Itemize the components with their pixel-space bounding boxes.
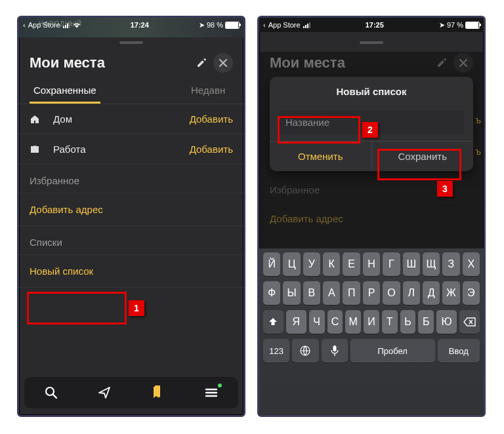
key-Р[interactable]: Р (363, 281, 380, 305)
location-arrow-icon: ➤ (199, 21, 205, 30)
save-button[interactable]: Сохранить (372, 142, 474, 171)
key-В[interactable]: В (303, 281, 320, 305)
section-favorites: Избранное (19, 165, 243, 193)
key-С[interactable]: С (327, 310, 343, 334)
kbd-row-2: ФЫВАПРОЛДЖЭ (261, 281, 482, 305)
key-Й[interactable]: Й (263, 252, 280, 276)
key-Т[interactable]: Т (382, 310, 398, 334)
battery-pct: 97 % (447, 21, 463, 29)
key-Б[interactable]: Б (418, 310, 434, 334)
key-Ш[interactable]: Ш (403, 252, 420, 276)
back-chevron-icon[interactable]: ‹ (23, 21, 26, 29)
key-М[interactable]: М (345, 310, 361, 334)
signal-icon (63, 22, 70, 28)
screenshot-left: НАРОДНЫЙ ‹ App Store 17:24 ➤ 98 % Мои ме… (17, 16, 245, 417)
new-list-dialog: Новый список Название Отменить Сохранить (270, 77, 473, 171)
status-bar: ‹ App Store 17:24 ➤ 98 % (19, 18, 243, 32)
tabs: Сохраненные Недавн (19, 78, 243, 104)
briefcase-icon (30, 144, 45, 155)
add-home-button[interactable]: Добавить (190, 113, 233, 125)
location-arrow-icon: ➤ (439, 21, 445, 30)
key-Ю[interactable]: Ю (436, 310, 457, 334)
key-Г[interactable]: Г (383, 252, 400, 276)
key-К[interactable]: К (323, 252, 340, 276)
list-name-input[interactable]: Название (279, 110, 464, 134)
key-Ы[interactable]: Ы (283, 281, 300, 305)
navigate-icon[interactable] (97, 385, 112, 400)
status-bar: ‹ App Store 17:25 ➤ 97 % (259, 18, 484, 32)
section-lists: Списки (19, 226, 243, 255)
back-app-label[interactable]: App Store (28, 21, 60, 29)
clock: 17:25 (310, 21, 439, 29)
tab-saved[interactable]: Сохраненные (30, 78, 100, 104)
enter-key[interactable]: Ввод (438, 339, 480, 363)
key-Л[interactable]: Л (403, 281, 420, 305)
row-work[interactable]: Работа Добавить (19, 134, 243, 165)
wifi-icon (73, 22, 81, 28)
mic-key[interactable] (322, 339, 348, 363)
key-Н[interactable]: Н (363, 252, 380, 276)
menu-badge-icon (218, 384, 222, 387)
key-Э[interactable]: Э (463, 281, 480, 305)
key-Х[interactable]: Х (463, 252, 480, 276)
bookmarks-icon[interactable] (151, 385, 165, 400)
signal-icon (303, 22, 310, 28)
cancel-button[interactable]: Отменить (270, 142, 372, 171)
row-home[interactable]: Дом Добавить (19, 104, 243, 134)
home-icon (30, 114, 45, 125)
back-app-label[interactable]: App Store (268, 21, 301, 29)
keyboard[interactable]: ЙЦУКЕНГШЩЗХ ФЫВАПРОЛДЖЭ ЯЧСМИТЬБЮ 123 (259, 248, 484, 415)
key-Ж[interactable]: Ж (442, 281, 459, 305)
home-label: Дом (53, 113, 190, 125)
key-Ц[interactable]: Ц (283, 252, 300, 276)
dialog-title: Новый список (270, 86, 473, 106)
globe-key[interactable] (292, 339, 318, 363)
key-З[interactable]: З (442, 252, 459, 276)
menu-icon[interactable] (204, 385, 219, 400)
key-Е[interactable]: Е (343, 252, 360, 276)
numbers-key[interactable]: 123 (263, 339, 289, 363)
close-icon[interactable] (213, 53, 233, 73)
backspace-key[interactable] (459, 310, 480, 334)
key-Ч[interactable]: Ч (309, 310, 325, 334)
tab-recent[interactable]: Недавн (187, 78, 233, 104)
new-list-button[interactable]: Новый список (19, 255, 243, 288)
key-Я[interactable]: Я (286, 310, 306, 334)
callout-1-num: 1 (129, 300, 144, 316)
callout-1: 1 (27, 292, 127, 325)
bottom-bar (24, 377, 238, 408)
key-О[interactable]: О (383, 281, 400, 305)
battery-icon (465, 22, 480, 29)
shift-key[interactable] (263, 310, 284, 334)
work-label: Работа (53, 144, 190, 155)
kbd-row-4: 123 Пробел Ввод (261, 339, 482, 363)
space-key[interactable]: Пробел (350, 339, 435, 363)
battery-pct: 98 % (207, 21, 223, 29)
back-chevron-icon[interactable]: ‹ (263, 21, 266, 29)
add-address-button[interactable]: Добавить адрес (19, 193, 243, 226)
screenshot-right: ‹ App Store 17:25 ➤ 97 % Мои места авн (257, 16, 486, 417)
battery-icon (225, 22, 240, 29)
key-И[interactable]: И (364, 310, 379, 334)
key-У[interactable]: У (303, 252, 320, 276)
add-work-button[interactable]: Добавить (190, 144, 233, 155)
key-Ф[interactable]: Ф (263, 281, 280, 305)
page-title: Мои места (30, 54, 190, 71)
kbd-row-1: ЙЦУКЕНГШЩЗХ (261, 252, 482, 276)
key-Д[interactable]: Д (423, 281, 440, 305)
key-П[interactable]: П (343, 281, 360, 305)
key-Ь[interactable]: Ь (400, 310, 416, 334)
search-icon[interactable] (44, 385, 58, 400)
key-А[interactable]: А (323, 281, 340, 305)
svg-rect-2 (333, 345, 336, 351)
kbd-row-3: ЯЧСМИТЬБЮ (261, 310, 482, 334)
key-Щ[interactable]: Щ (423, 252, 440, 276)
edit-icon[interactable] (196, 58, 207, 68)
clock: 17:24 (81, 21, 199, 29)
